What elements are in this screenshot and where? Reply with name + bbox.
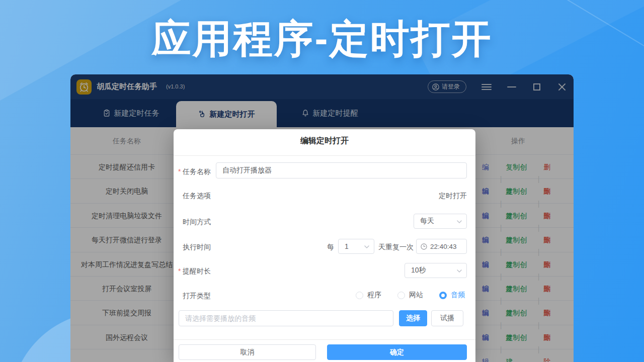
- confirm-button[interactable]: 确定: [327, 344, 467, 360]
- radio-program[interactable]: 程序: [356, 291, 381, 300]
- interval-value: 1: [345, 242, 349, 250]
- audio-file-input[interactable]: [179, 310, 393, 326]
- radio-audio[interactable]: 音频: [439, 291, 465, 300]
- dialog-title: 编辑定时打开: [174, 136, 475, 146]
- time-value: 22:40:43: [430, 243, 457, 250]
- duration-value: 10秒: [411, 266, 426, 275]
- required-asterisk: *: [178, 167, 181, 175]
- interval-select[interactable]: 1: [338, 239, 374, 254]
- select-audio-button[interactable]: 选择: [399, 310, 427, 326]
- divider: [174, 339, 475, 340]
- clock-icon: [421, 243, 427, 250]
- duration-label: 提醒时长: [183, 267, 211, 276]
- edit-timed-open-dialog: 编辑定时打开 * 任务名称 任务选项 定时打开 时间方式 每天 执行时间 每 1…: [174, 129, 475, 362]
- open-type-label: 打开类型: [183, 292, 211, 301]
- radio-label: 程序: [367, 291, 381, 300]
- exec-unit-text: 天重复一次: [378, 243, 414, 252]
- radio-label: 网站: [409, 291, 423, 300]
- task-option-label: 任务选项: [183, 192, 211, 201]
- time-mode-value: 每天: [420, 217, 434, 226]
- time-mode-label: 时间方式: [183, 218, 211, 227]
- required-asterisk: *: [178, 267, 181, 275]
- exec-every-text: 每: [327, 243, 334, 252]
- radio-label: 音频: [451, 291, 465, 300]
- chevron-down-icon: [457, 220, 462, 223]
- cancel-button[interactable]: 取消: [179, 344, 316, 360]
- task-name-input[interactable]: [216, 162, 467, 178]
- radio-selected-icon: [439, 292, 447, 299]
- radio-website[interactable]: 网站: [397, 291, 423, 300]
- radio-icon: [397, 292, 405, 299]
- task-name-label: 任务名称: [183, 167, 211, 176]
- page-title: 应用程序-定时打开: [0, 13, 644, 66]
- duration-select[interactable]: 10秒: [405, 263, 467, 278]
- preview-audio-button[interactable]: 试播: [431, 310, 463, 326]
- radio-icon: [356, 292, 363, 299]
- chevron-down-icon: [364, 245, 369, 248]
- task-option-value: 定时打开: [439, 192, 467, 201]
- exec-time-label: 执行时间: [183, 243, 211, 252]
- time-mode-select[interactable]: 每天: [414, 214, 467, 229]
- chevron-down-icon: [457, 269, 462, 273]
- time-picker[interactable]: 22:40:43: [416, 239, 467, 254]
- divider: [174, 155, 475, 156]
